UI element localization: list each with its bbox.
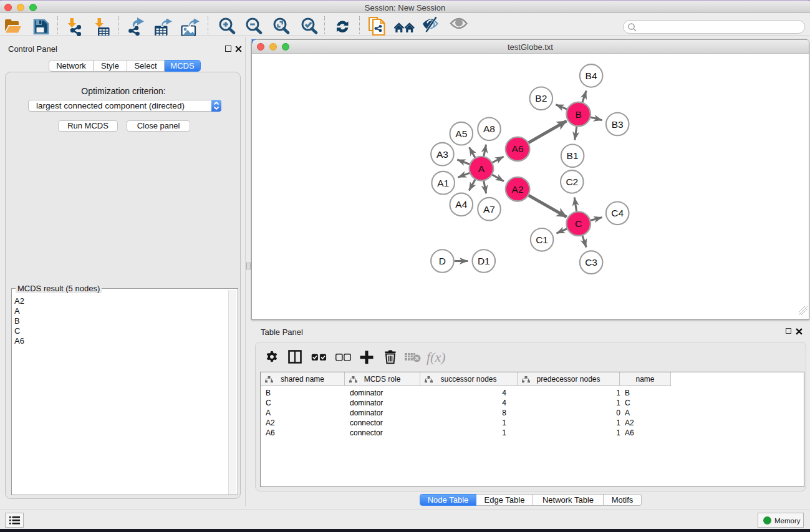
svg-text:B: B (576, 109, 582, 120)
svg-text:B2: B2 (535, 93, 547, 104)
svg-text:f(x): f(x) (427, 349, 446, 365)
svg-text:C2: C2 (566, 177, 578, 187)
svg-text:C4: C4 (611, 208, 624, 218)
svg-text:A3: A3 (436, 149, 448, 160)
svg-text:C1: C1 (536, 235, 548, 245)
svg-text:A4: A4 (455, 199, 467, 210)
svg-text:A6: A6 (512, 143, 524, 154)
svg-text:A5: A5 (455, 128, 467, 139)
svg-text:B4: B4 (586, 70, 597, 81)
svg-text:B3: B3 (612, 119, 624, 130)
svg-text:B1: B1 (567, 150, 579, 161)
svg-text:A2: A2 (512, 184, 524, 195)
svg-text:D: D (439, 256, 446, 266)
svg-text:A7: A7 (483, 204, 495, 215)
svg-text:A8: A8 (483, 123, 495, 134)
svg-text:A: A (478, 163, 485, 174)
svg-text:C3: C3 (585, 257, 597, 268)
svg-text:D1: D1 (478, 256, 490, 266)
svg-text:C: C (575, 218, 582, 229)
svg-text:A1: A1 (437, 178, 449, 188)
